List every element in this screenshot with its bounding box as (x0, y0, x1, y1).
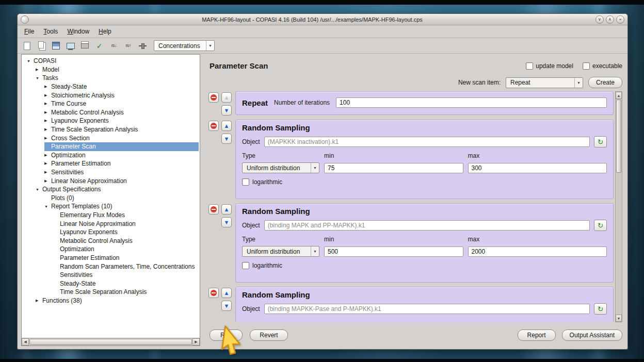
chevron-collapsed-icon[interactable]: ▶ (36, 299, 42, 303)
shade-button[interactable]: ∨ (595, 15, 604, 24)
tree-item-metabolic-control-analysis[interactable]: Metabolic Control Analysis (27, 236, 199, 245)
open-file-icon[interactable] (35, 40, 48, 52)
tree-item-parameter-scan[interactable]: Parameter Scan (27, 142, 199, 151)
window-menu-icon[interactable] (21, 15, 29, 24)
revert-button[interactable]: Revert (250, 330, 288, 341)
chevron-collapsed-icon[interactable]: ▶ (44, 102, 51, 106)
chevron-collapsed-icon[interactable]: ▶ (44, 127, 51, 131)
chevron-collapsed-icon[interactable]: ▶ (44, 93, 51, 97)
tree-item-functions-38[interactable]: ▶Functions (38) (27, 297, 199, 305)
close-button[interactable]: × (616, 15, 624, 24)
tree-item-metabolic-control-analysis[interactable]: ▶Metabolic Control Analysis (27, 108, 199, 117)
tree-item-optimization[interactable]: Optimization (27, 245, 199, 254)
tree-item-report-templates-10[interactable]: ▼Report Templates (10) (27, 202, 199, 211)
chevron-collapsed-icon[interactable]: ▶ (44, 119, 51, 123)
remove-scan-item-button[interactable] (208, 288, 219, 298)
tree-item-stoichiometric-analysis[interactable]: ▶Stoichiometric Analysis (27, 91, 199, 100)
scroll-left-icon[interactable]: ◀ (22, 338, 29, 345)
update-model-checkbox[interactable] (526, 62, 533, 70)
tree-item-plots-0[interactable]: Plots (0) (27, 194, 199, 203)
concentrations-selector[interactable]: Concentrations ▼ (154, 40, 215, 51)
max-input[interactable] (468, 163, 607, 173)
distribution-select[interactable]: Uniform distribution ▼ (242, 162, 319, 173)
menu-window[interactable]: Window (62, 26, 94, 37)
tree-item-lyapunov-exponents[interactable]: ▶Lyapunov Exponents (27, 117, 199, 125)
tree-item-linear-noise-approximation[interactable]: ▶Linear Noise Approximation (27, 176, 199, 185)
run-button[interactable]: Run (210, 330, 243, 341)
update-model-option[interactable]: update model (526, 62, 573, 70)
tree-item-lyapunov-exponents[interactable]: Lyapunov Exponents (27, 228, 199, 237)
window-titlebar[interactable]: MAPK-HF96-layout - COPASI 4.16 (Build 10… (18, 14, 627, 25)
chevron-collapsed-icon[interactable]: ▶ (36, 68, 42, 72)
slider-icon[interactable] (136, 40, 149, 52)
chevron-collapsed-icon[interactable]: ▶ (44, 170, 51, 174)
output-assistant-button[interactable]: Output Assistant (562, 330, 622, 341)
tree-item-random-scan-parameters-time-concentrations[interactable]: Random Scan Parameters, Time, Concentrat… (27, 262, 199, 271)
update-initial-state-icon[interactable] (107, 40, 120, 52)
scroll-right-icon[interactable]: ▶ (192, 338, 200, 345)
save-icon[interactable] (50, 40, 62, 52)
tree-item-steady-state[interactable]: Steady-State (27, 279, 199, 288)
check-model-icon[interactable] (93, 40, 106, 52)
select-object-button[interactable]: ↻ (594, 220, 607, 231)
chevron-expanded-icon[interactable]: ▼ (36, 188, 42, 191)
chevron-collapsed-icon[interactable]: ▶ (44, 153, 51, 157)
executable-option[interactable]: executable (583, 62, 622, 70)
chevron-collapsed-icon[interactable]: ▶ (44, 85, 51, 89)
tree-item-model[interactable]: ▶Model (27, 65, 199, 74)
tree-item-linear-noise-approximation[interactable]: Linear Noise Approximation (27, 219, 199, 228)
tree-horizontal-scrollbar[interactable]: ◀ ▶ (22, 338, 200, 345)
remove-scan-item-button[interactable] (208, 204, 219, 215)
object-input[interactable] (264, 304, 590, 314)
copy-initial-state-icon[interactable] (122, 40, 135, 52)
chevron-collapsed-icon[interactable]: ▶ (44, 136, 51, 140)
move-up-button[interactable]: ▲ (221, 288, 232, 298)
scrollbar-thumb[interactable] (29, 339, 192, 345)
move-up-button[interactable]: ▲ (221, 204, 232, 215)
move-down-button[interactable]: ▼ (221, 301, 232, 311)
remove-scan-item-button[interactable] (208, 121, 219, 131)
chevron-expanded-icon[interactable]: ▼ (36, 76, 42, 80)
iterations-input[interactable] (336, 97, 607, 108)
select-object-button[interactable]: ↻ (594, 136, 607, 147)
tree-item-time-scale-separation-analysis[interactable]: Time Scale Separation Analysis (27, 288, 199, 297)
move-up-button[interactable]: ▲ (221, 92, 232, 103)
export-image-icon[interactable] (64, 40, 77, 52)
new-scan-type-select[interactable]: Repeat ▼ (506, 77, 583, 88)
print-icon[interactable] (78, 40, 91, 52)
tree-item-steady-state[interactable]: ▶Steady-State (27, 83, 199, 91)
menu-help[interactable]: Help (94, 26, 116, 37)
remove-scan-item-button[interactable] (208, 92, 219, 103)
logarithmic-checkbox[interactable] (242, 262, 249, 269)
move-up-button[interactable]: ▲ (221, 121, 232, 131)
maximize-button[interactable]: ∧ (606, 15, 614, 24)
chevron-collapsed-icon[interactable]: ▶ (44, 161, 51, 166)
report-button[interactable]: Report (518, 330, 556, 341)
tree-item-time-course[interactable]: ▶Time Course (27, 100, 199, 108)
tree-item-copasi[interactable]: ▼COPASI (27, 57, 199, 65)
scroll-up-icon[interactable]: ▲ (616, 92, 622, 99)
scan-vertical-scrollbar[interactable]: ▲ ▼ (615, 91, 622, 322)
executable-checkbox[interactable] (583, 62, 590, 70)
tree-item-parameter-estimation[interactable]: Parameter Estimation (27, 254, 199, 262)
tree-item-sensitivities[interactable]: Sensitivities (27, 271, 199, 279)
tree-item-tasks[interactable]: ▼Tasks (27, 74, 199, 83)
create-button[interactable]: Create (588, 77, 622, 88)
new-file-icon[interactable] (21, 40, 34, 52)
object-input[interactable] (264, 220, 590, 231)
chevron-expanded-icon[interactable]: ▼ (44, 205, 51, 208)
chevron-expanded-icon[interactable]: ▼ (27, 59, 34, 63)
max-input[interactable] (468, 246, 607, 257)
tree-item-time-scale-separation-analysis[interactable]: ▶Time Scale Separation Analysis (27, 125, 199, 134)
tree-item-cross-section[interactable]: ▶Cross Section (27, 134, 199, 142)
scroll-down-icon[interactable]: ▼ (616, 315, 622, 322)
min-input[interactable] (324, 246, 463, 257)
logarithmic-checkbox[interactable] (242, 178, 249, 186)
move-down-button[interactable]: ▼ (221, 105, 232, 116)
chevron-collapsed-icon[interactable]: ▶ (44, 179, 51, 183)
tree-item-optimization[interactable]: ▶Optimization (27, 151, 199, 160)
min-input[interactable] (324, 163, 463, 173)
move-down-button[interactable]: ▼ (221, 134, 232, 144)
scrollbar-thumb[interactable] (616, 100, 621, 173)
tree-item-elementary-flux-modes[interactable]: Elementary Flux Modes (27, 211, 199, 220)
